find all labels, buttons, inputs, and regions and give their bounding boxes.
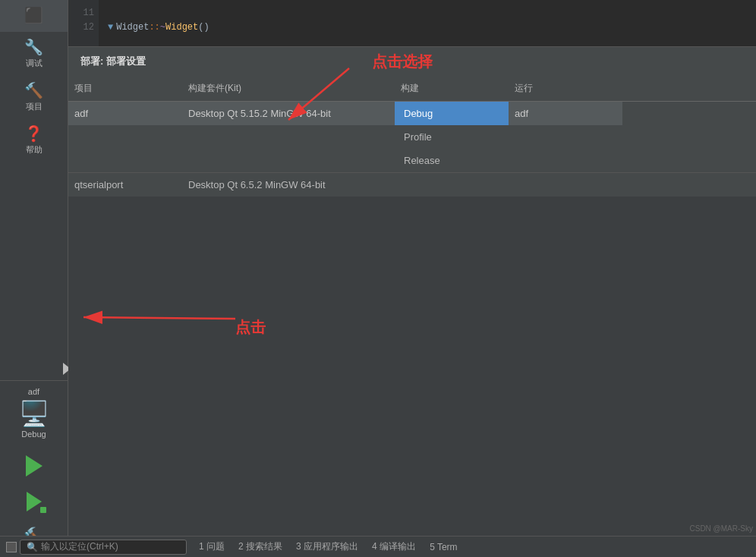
row1-run-spacer [509,125,622,149]
row1-kit-cell: Desktop Qt 5.15.2 MinGW 64-bit [182,102,395,125]
sidebar-item-help[interactable]: ❓ 帮助 [0,118,68,162]
line-numbers: 11 12 [68,0,99,46]
sidebar-build-mode: Debug [21,430,46,439]
code-dropdown-arrow: ▼ [108,20,113,35]
row1-build-debug[interactable]: Debug [395,102,509,125]
help-icon: ❓ [24,124,43,143]
status-tab-4[interactable]: 4 编译输出 [366,539,422,555]
watermark: CSDN @MAR-Sky [690,524,754,533]
row1-kit-spacer2 [182,149,395,172]
code-func: Widget [165,22,198,33]
sidebar-item-project[interactable]: 🔨 项目 [0,75,68,118]
row2-run-cell [509,173,622,197]
row1-project-cell: adf [68,102,182,125]
code-text: Widget::~Widget() [116,20,209,35]
row2-kit-cell: Desktop Qt 6.5.2 MinGW 64-bit [182,173,395,197]
deploy-prefix: 部署: [80,55,103,67]
status-tab-1[interactable]: 1 问题 [193,539,231,555]
sidebar-debug-label: 调试 [26,58,43,69]
deploy-header: 部署: 部署设置 [80,55,744,76]
status-tab-3[interactable]: 3 应用程序输出 [290,539,364,555]
top-icon: ⬛ [24,6,43,24]
row1-run-spacer2 [509,149,622,172]
row2-build-cell [395,173,509,197]
table-row-profile: Profile [68,125,756,149]
run-button[interactable] [0,448,68,484]
line-number-11: 11 [73,6,94,20]
col-header-project: 项目 [68,80,182,96]
row1-run-cell: adf [509,102,622,125]
stop-button[interactable] [6,542,17,552]
status-tabs: 1 问题 2 搜索结果 3 应用程序输出 4 编译输出 5 Term [193,539,464,555]
debug-run-icon [27,492,42,511]
deploy-title: 部署设置 [106,55,146,67]
row1-build-release[interactable]: Release [395,149,509,172]
status-tab-2[interactable]: 2 搜索结果 [232,539,288,555]
sidebar-debug-section: adf 🖥️ Debug [0,380,68,445]
code-line-11 [108,6,747,20]
main-content: 11 12 ▼ Widget::~Widget() 部署: 部署设置 项目 构建… [68,0,756,536]
debug-run-button[interactable] [0,484,68,519]
status-tab-5[interactable]: 5 Term [424,540,463,554]
row1-build-profile[interactable]: Profile [395,125,509,149]
code-content: ▼ Widget::~Widget() [99,0,756,46]
table-row-release: Release [68,149,756,172]
search-icon: 🔍 [27,542,38,552]
sidebar-current-project: adf [28,387,39,396]
sidebar-project-label: 项目 [26,101,43,112]
row1-kit-spacer [182,125,395,149]
debug-icon: 🔧 [24,38,43,56]
search-placeholder: 输入以定位(Ctrl+K) [41,540,118,553]
sidebar-item-top-icon[interactable]: ⬛ [0,0,68,32]
table-header-row: 项目 构建套件(Kit) 构建 运行 [68,76,756,102]
sidebar-item-debug[interactable]: 🔧 调试 [0,32,68,75]
code-separator: :: [149,22,159,33]
sidebar-help-label: 帮助 [26,144,43,156]
deploy-table: 项目 构建套件(Kit) 构建 运行 adf Desktop Qt 5.15.2… [68,76,756,197]
row1-project-spacer [68,125,182,149]
project-icon: 🔨 [24,81,43,99]
table-row-2: qtserialport Desktop Qt 6.5.2 MinGW 64-b… [68,173,756,197]
sidebar-monitor-icon[interactable]: 🖥️ [19,399,49,428]
code-line-12: ▼ Widget::~Widget() [108,20,747,35]
table-row-1: adf Desktop Qt 5.15.2 MinGW 64-bit Debug… [68,102,756,125]
search-box[interactable]: 🔍 输入以定位(Ctrl+K) [20,540,187,555]
line-number-12: 12 [73,20,94,35]
col-header-kit: 构建套件(Kit) [182,80,395,96]
deploy-panel: 部署: 部署设置 [68,47,756,76]
code-editor: 11 12 ▼ Widget::~Widget() [68,0,756,47]
status-bar: 🔍 输入以定位(Ctrl+K) 1 问题 2 搜索结果 3 应用程序输出 4 编… [0,536,756,557]
col-header-run: 运行 [509,80,622,96]
sidebar: ⬛ 🔧 调试 🔨 项目 ❓ 帮助 adf 🖥️ Debug [0,0,68,557]
row1-project-spacer2 [68,149,182,172]
run-icon [26,455,43,477]
row2-project-cell: qtserialport [68,173,182,197]
col-header-build: 构建 [395,80,509,96]
